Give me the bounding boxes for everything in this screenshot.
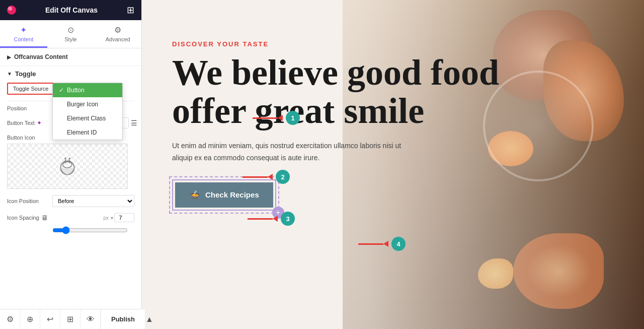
icon-spacing-label: Icon Spacing 🖥	[7, 214, 52, 222]
main-content: DISCOVER YOUR TASTE We believe good food…	[142, 0, 644, 329]
px-label: px	[103, 215, 109, 221]
hero-text-area: DISCOVER YOUR TASTE We believe good food…	[172, 40, 499, 211]
svg-point-5	[69, 158, 70, 159]
dropdown-item-element-id[interactable]: Element ID	[53, 125, 122, 140]
tab-style-label: Style	[64, 36, 76, 42]
offcanvas-content-header[interactable]: ▶ Offcanvas Content	[0, 48, 141, 66]
spacing-slider[interactable]	[52, 226, 128, 234]
left-panel: Edit Off Canvas ⊞ ✦ Content ⊙ Style ⚙ Ad…	[0, 0, 142, 329]
dropdown-element-class-label: Element Class	[67, 115, 106, 122]
arrow-head-2	[268, 174, 273, 180]
panel-tabs: ✦ Content ⊙ Style ⚙ Advanced	[0, 20, 141, 48]
slider-row	[7, 226, 134, 234]
panel-header: Edit Off Canvas ⊞	[0, 0, 141, 20]
dropdown-item-burger[interactable]: Burger Icon	[53, 97, 122, 111]
icon-position-label: Icon Position	[7, 198, 52, 204]
dropdown-button-label: Button	[67, 87, 85, 94]
dynamic-icon[interactable]: ✦	[37, 119, 42, 126]
svg-point-3	[64, 158, 66, 159]
position-label: Position	[7, 105, 52, 111]
publish-chevron-icon[interactable]: ▲	[145, 309, 153, 330]
history-icon[interactable]: ↩	[40, 309, 60, 330]
settings-icon[interactable]: ⚙	[0, 309, 20, 330]
number-circle-3: 3	[281, 212, 295, 226]
dropdown-item-button[interactable]: ✓ Button	[53, 83, 122, 97]
annotation-3: 3	[248, 212, 295, 226]
app-logo	[7, 6, 16, 15]
chevron-down-icon: ▾	[111, 215, 113, 221]
style-icon: ⊙	[67, 25, 74, 35]
align-icon[interactable]: ☰	[131, 119, 137, 127]
arrow-line-4	[358, 243, 383, 245]
grid-icon[interactable]: ⊞	[127, 5, 134, 16]
arrow-line-3	[248, 218, 273, 220]
responsive-icon[interactable]: ⊞	[60, 309, 80, 330]
hero-heading-line2: offer great smile	[172, 92, 499, 130]
bottom-bar-icons: ⚙ ⊕ ↩ ⊞ 👁	[0, 309, 101, 330]
discover-label: DISCOVER YOUR TASTE	[172, 40, 499, 48]
toggle-source-dropdown: ✓ Button Burger Icon Element Class Eleme…	[52, 83, 123, 140]
recipe-bowl-icon: 🍲	[189, 189, 200, 201]
tab-advanced[interactable]: ⚙ Advanced	[94, 20, 141, 48]
toggle-section: ▼ Toggle Toggle Source ✓ Button Burger I…	[0, 66, 141, 243]
hero-paragraph: Ut enim ad minim veniam, quis nostrud ex…	[172, 140, 414, 164]
check-mark-icon: ✓	[59, 87, 64, 94]
offcanvas-content-label: Offcanvas Content	[14, 53, 68, 60]
toggle-source-button[interactable]: Toggle Source	[7, 83, 54, 95]
number-circle-1: 1	[286, 111, 300, 125]
number-circle-2: 2	[276, 170, 290, 184]
arrow-head-4	[383, 241, 388, 247]
hero-cta-label: Check Recipes	[205, 190, 259, 199]
toggle-arrow-icon: ▼	[7, 71, 12, 77]
svg-point-1	[63, 162, 72, 168]
panel-title: Edit Off Canvas	[45, 6, 98, 14]
icon-preview[interactable]	[7, 144, 128, 189]
toggle-section-header[interactable]: ▼ Toggle	[7, 70, 134, 78]
spacing-value-input[interactable]	[114, 213, 134, 222]
icon-spacing-row: Icon Spacing 🖥 px ▾	[7, 213, 134, 222]
arrow-head-3	[273, 216, 278, 222]
arrow-line-1	[253, 117, 278, 119]
bowl-icon	[55, 154, 79, 178]
hero-cta-button[interactable]: 🍲 Check Recipes	[175, 182, 273, 208]
arrow-head-1	[278, 115, 283, 121]
panel-content: ▶ Offcanvas Content ▼ Toggle Toggle Sour…	[0, 48, 141, 309]
dropdown-menu: ✓ Button Burger Icon Element Class Eleme…	[52, 83, 123, 140]
publish-button[interactable]: Publish	[101, 309, 145, 330]
hero-heading-line1: We believe good food	[172, 54, 499, 92]
dropdown-burger-label: Burger Icon	[67, 101, 98, 108]
layers-icon[interactable]: ⊕	[20, 309, 40, 330]
dropdown-item-element-class[interactable]: Element Class	[53, 111, 122, 125]
annotation-4: 4	[358, 237, 406, 251]
annotation-2: 2	[243, 170, 290, 184]
toggle-section-label: Toggle	[15, 70, 36, 78]
tab-content[interactable]: ✦ Content	[0, 20, 47, 48]
advanced-icon: ⚙	[114, 25, 121, 35]
arrow-line-2	[243, 176, 268, 178]
number-circle-4: 4	[391, 237, 406, 251]
icon-position-select[interactable]: Before After	[52, 195, 134, 207]
icon-position-row: Icon Position Before After	[7, 195, 134, 207]
bottom-bar: ⚙ ⊕ ↩ ⊞ 👁 Publish ▲	[0, 309, 141, 329]
button-text-label: Button Text ✦	[7, 119, 52, 126]
monitor-icon: 🖥	[41, 214, 48, 222]
button-selection-wrapper: + 🍲 Check Recipes	[172, 179, 276, 211]
annotation-1: 1	[253, 111, 300, 125]
hero-button-wrapper: 🍲 Check Recipes	[172, 179, 276, 211]
tab-advanced-label: Advanced	[106, 36, 130, 42]
preview-icon[interactable]: 👁	[80, 309, 101, 330]
tab-style[interactable]: ⊙ Style	[47, 20, 95, 48]
hero-heading: We believe good food offer great smile	[172, 54, 499, 130]
offcanvas-arrow-icon: ▶	[7, 54, 11, 60]
toggle-source-row: Toggle Source ✓ Button Burger Icon Eleme…	[7, 83, 134, 95]
dropdown-element-id-label: Element ID	[67, 129, 97, 136]
tab-content-label: Content	[14, 36, 34, 42]
content-icon: ✦	[20, 25, 27, 35]
